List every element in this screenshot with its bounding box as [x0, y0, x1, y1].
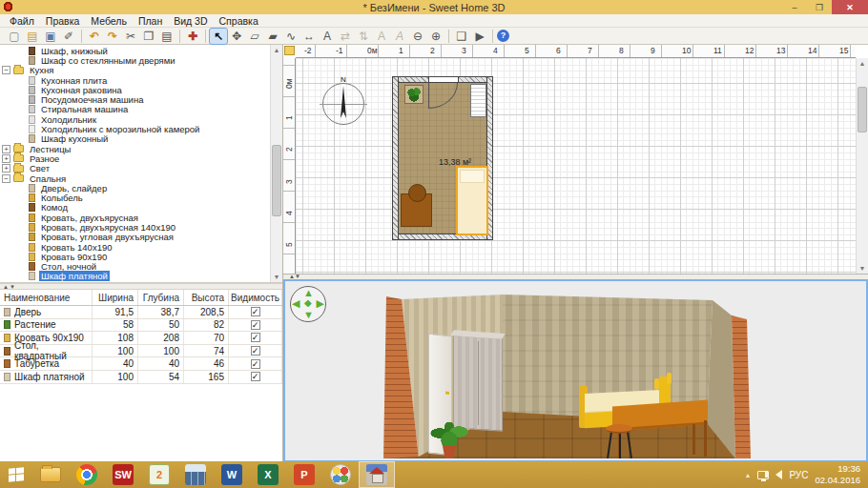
wall-west[interactable]: [392, 76, 399, 240]
zoom-in-button[interactable]: ⊕: [427, 29, 444, 44]
3d-navigation-control[interactable]: ▲ ▼ ◀ ▶ ◆: [290, 286, 326, 322]
zoom-out-button[interactable]: ⊖: [409, 29, 426, 44]
catalog-item-7[interactable]: Стиральная машина: [0, 105, 270, 114]
catalog-item-18[interactable]: Кровать, двухъярусная: [0, 213, 270, 222]
create-polylines-button[interactable]: ∿: [282, 29, 300, 44]
cut-button[interactable]: ✂: [122, 29, 139, 44]
door-opening[interactable]: [428, 76, 459, 83]
taskbar-app-powerpoint[interactable]: P: [286, 461, 322, 488]
menu-1[interactable]: Файл: [4, 15, 40, 27]
catalog-item-2[interactable]: Шкаф со стеклянными дверями: [0, 55, 270, 65]
tree-toggle-icon[interactable]: +: [2, 164, 10, 173]
view-3d-panel[interactable]: ▲ ▼ ◀ ▶ ◆: [283, 279, 868, 462]
catalog-item-9[interactable]: Холодильник с морозильной камерой: [0, 124, 270, 133]
visibility-checkbox[interactable]: ✓: [251, 333, 260, 342]
table-row[interactable]: Растение585082✓: [0, 319, 282, 333]
tree-toggle-icon[interactable]: +: [2, 154, 10, 163]
column-header-2[interactable]: Ширина: [93, 290, 138, 305]
catalog-table-splitter[interactable]: ▲▼: [0, 283, 282, 290]
catalog-item-20[interactable]: Кровать, угловая двухъярусная: [0, 233, 270, 242]
table-row[interactable]: Стол, квадратный10010074✓: [0, 345, 282, 358]
clock[interactable]: 19:36 02.04.2016: [815, 463, 860, 486]
table-row[interactable]: Дверь91,538,7208,5✓: [0, 306, 282, 319]
add-furniture-button[interactable]: ✚: [184, 29, 201, 44]
plan-2d-panel[interactable]: -2-10м123456789101112131415 0м123456 N: [283, 45, 868, 274]
create-video-button[interactable]: ▶: [471, 29, 488, 44]
save-plan-button[interactable]: ▣: [42, 29, 59, 44]
copy-button[interactable]: ❐: [140, 29, 157, 44]
create-photo-button[interactable]: ❑: [453, 29, 470, 44]
hidden-icons-button[interactable]: ▲: [744, 472, 751, 478]
room-outline[interactable]: 13,38 м²: [392, 76, 493, 240]
menu-6[interactable]: Справка: [214, 15, 264, 27]
nav-center-icon[interactable]: ◆: [304, 298, 312, 308]
table-row[interactable]: Табуретка404046✓: [0, 357, 282, 371]
create-walls-button[interactable]: ▱: [246, 29, 263, 44]
catalog-item-3[interactable]: −Кухня: [0, 66, 270, 75]
create-rooms-button[interactable]: ▰: [264, 29, 281, 44]
taskbar-app-graphics-app[interactable]: [322, 461, 359, 488]
catalog-item-19[interactable]: Кровать, двухъярусная 140x190: [0, 222, 270, 232]
catalog-item-13[interactable]: +Свет: [0, 164, 270, 173]
flip-vertical-button[interactable]: ⇅: [355, 29, 372, 44]
visibility-checkbox[interactable]: ✓: [251, 372, 260, 381]
catalog-scrollbar[interactable]: ▲ ▼: [270, 45, 282, 282]
scrollbar-thumb[interactable]: [272, 145, 281, 216]
taskbar-app-chrome[interactable]: [69, 461, 105, 488]
catalog-item-21[interactable]: Кровать 140x190: [0, 242, 270, 252]
catalog-item-10[interactable]: Шкаф кухонный: [0, 134, 270, 144]
catalog-item-5[interactable]: Кухонная раковина: [0, 85, 270, 94]
catalog-item-16[interactable]: Колыбель: [0, 193, 270, 202]
volume-icon[interactable]: [775, 470, 782, 479]
visibility-checkbox[interactable]: ✓: [251, 320, 260, 330]
taskbar-app-solidworks[interactable]: SW: [105, 461, 141, 488]
nav-right-icon[interactable]: ▶: [317, 298, 324, 309]
select-tool-button[interactable]: ↖: [210, 29, 227, 44]
start-button[interactable]: [0, 461, 32, 488]
plan-stool[interactable]: [408, 184, 426, 202]
north-compass[interactable]: N: [322, 83, 364, 125]
nav-down-icon[interactable]: ▼: [303, 310, 314, 320]
catalog-item-15[interactable]: Дверь, слайдер: [0, 183, 270, 193]
catalog-item-24[interactable]: Шкаф платяной: [0, 272, 270, 281]
pan-tool-button[interactable]: ✥: [228, 29, 245, 44]
taskbar-app-word[interactable]: W: [214, 461, 250, 488]
flip-horizontal-button[interactable]: ⇄: [337, 29, 354, 44]
minimize-button[interactable]: –: [782, 0, 807, 14]
plan-bed[interactable]: [456, 166, 488, 235]
style-bold-button[interactable]: A: [373, 29, 390, 44]
help-button[interactable]: ?: [497, 30, 509, 42]
tree-toggle-icon[interactable]: −: [2, 174, 10, 183]
visibility-checkbox[interactable]: ✓: [251, 307, 260, 316]
menu-5[interactable]: Вид 3D: [168, 15, 213, 27]
preferences-button[interactable]: ✐: [60, 29, 77, 44]
visibility-checkbox[interactable]: ✓: [251, 359, 260, 369]
menu-2[interactable]: Правка: [40, 15, 85, 27]
furniture-catalog-tree[interactable]: Шкаф, книжныйШкаф со стеклянными дверями…: [0, 45, 282, 283]
create-dimensions-button[interactable]: ↔: [300, 29, 318, 44]
taskbar-app-excel[interactable]: X: [250, 461, 286, 488]
tree-toggle-icon[interactable]: −: [2, 66, 10, 74]
menu-4[interactable]: План: [133, 15, 168, 27]
taskbar-app-calculator[interactable]: [177, 461, 214, 488]
catalog-item-12[interactable]: +Разное: [0, 153, 270, 163]
language-indicator[interactable]: РУС: [789, 470, 808, 480]
column-header-3[interactable]: Глубина: [138, 290, 184, 305]
open-plan-button[interactable]: ▤: [24, 29, 41, 44]
paste-button[interactable]: ▤: [158, 29, 176, 44]
catalog-item-8[interactable]: Холодильник: [0, 114, 270, 124]
catalog-item-4[interactable]: Кухонная плита: [0, 75, 270, 85]
new-plan-button[interactable]: ▢: [6, 29, 23, 44]
add-text-button[interactable]: A: [319, 29, 336, 44]
plan-wardrobe[interactable]: [470, 84, 486, 117]
style-italic-button[interactable]: A: [391, 29, 408, 44]
taskbar-app-2gis[interactable]: 2: [141, 461, 177, 488]
nav-left-icon[interactable]: ◀: [292, 298, 300, 309]
taskbar-app-sweet-home-3d[interactable]: [359, 461, 395, 488]
tree-toggle-icon[interactable]: +: [2, 145, 10, 153]
catalog-item-14[interactable]: −Спальня: [0, 173, 270, 183]
catalog-item-11[interactable]: +Лестницы: [0, 144, 270, 153]
scroll-up-icon[interactable]: ▲: [271, 45, 282, 55]
plan-corner-widget[interactable]: [284, 46, 295, 55]
column-header-4[interactable]: Высота: [184, 290, 229, 305]
